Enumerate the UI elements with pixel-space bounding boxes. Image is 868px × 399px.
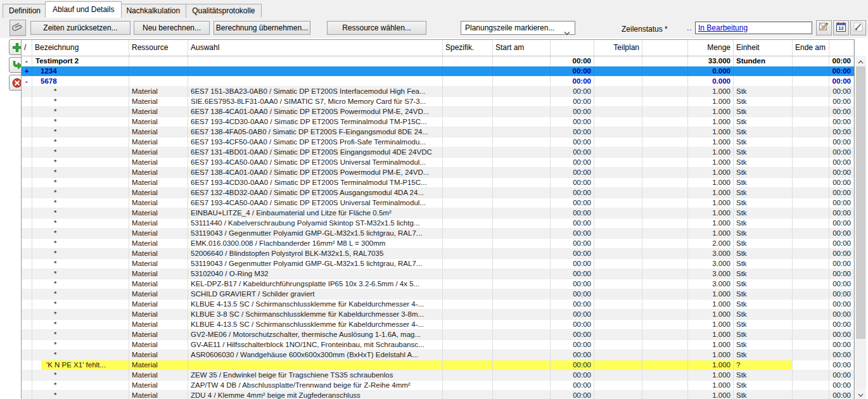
table-row[interactable]: *Material6ES7 132-4BD32-0AA0 / Simatic D… bbox=[22, 188, 854, 198]
cell-auswahl bbox=[188, 360, 443, 370]
table-row[interactable]: *Material6ES7 193-4CD30-0AA0 / Simatic D… bbox=[22, 117, 854, 127]
table-row[interactable]: *MaterialKEL-DPZ-B17 / Kabeldurchführung… bbox=[22, 279, 854, 289]
tab-qualitatsprotokolle[interactable]: Qualitätsprotokolle bbox=[186, 4, 261, 18]
cell-ende_am bbox=[793, 360, 829, 370]
col-header-ressource[interactable]: Ressource bbox=[129, 40, 188, 56]
cell-spezifik bbox=[443, 320, 493, 329]
cell-spezifik bbox=[443, 229, 493, 238]
col-header-time2[interactable] bbox=[829, 40, 854, 56]
table-row[interactable]: *Material53102040 / O-Ring M3200:003.000… bbox=[22, 269, 854, 279]
table-row[interactable]: *MaterialZEW 35 / Endwinkel beige für Tr… bbox=[22, 370, 854, 381]
col-header-auswahl[interactable]: Auswahl bbox=[188, 40, 443, 56]
table-row[interactable]: -567800:000.00000:00 bbox=[22, 77, 854, 87]
cell-teilplan bbox=[594, 218, 642, 228]
cell-teilplan bbox=[594, 178, 642, 187]
vertical-scrollbar[interactable] bbox=[855, 56, 866, 399]
attachment-button[interactable] bbox=[10, 20, 26, 36]
cell-ende_am bbox=[793, 158, 829, 167]
choose-resource-button[interactable]: Ressource wählen... bbox=[327, 21, 426, 35]
cell-teilplan bbox=[594, 300, 642, 309]
row-status-input[interactable] bbox=[695, 22, 812, 34]
cell-ressource: Material bbox=[129, 391, 188, 399]
cell-start_am bbox=[493, 320, 551, 329]
scroll-thumb[interactable] bbox=[856, 66, 865, 339]
table-row[interactable]: *MaterialGV-AE11 / Hilfsschalterblock 1N… bbox=[22, 340, 854, 350]
col-header-bezeichnung[interactable]: Bezeichnung bbox=[32, 40, 129, 56]
col-header-menge[interactable]: Menge bbox=[688, 40, 734, 56]
table-row[interactable]: 'K N PE X1' fehlt...Material00:001.000?0… bbox=[22, 360, 854, 370]
scroll-up-button[interactable] bbox=[855, 56, 866, 66]
status-browse-dots[interactable]: .. bbox=[687, 23, 692, 32]
col-header-spezifik[interactable]: Spezifik. bbox=[443, 40, 493, 56]
table-row[interactable]: *Material6ES7 131-4BD01-0AA0 / Simatic D… bbox=[22, 148, 854, 158]
table-row[interactable]: *Material6ES7 138-4FA05-0AB0 / Simatic D… bbox=[22, 127, 854, 137]
table-row[interactable]: *MaterialEINBAU+LITZE_4 / Einbaumaterial… bbox=[22, 208, 854, 218]
col-header-teilplan[interactable]: Teilplan bbox=[594, 40, 642, 56]
table-row[interactable]: *MaterialSCHILD GRAVIERT / Schilder grav… bbox=[22, 289, 854, 300]
table-row[interactable]: *MaterialSIE.6ES7953-8LF31-0AA0 / SIMATI… bbox=[22, 97, 854, 107]
table-row[interactable]: *MaterialZDU 4 / Klemme 4mm² beige mit Z… bbox=[22, 391, 854, 399]
col-header-start_am[interactable]: Start am bbox=[493, 40, 551, 56]
chevron-down-icon bbox=[858, 388, 864, 399]
cell-menge: 1.000 bbox=[688, 178, 734, 187]
cell-time1: 00:00 bbox=[551, 269, 594, 279]
cell-start_am bbox=[493, 381, 551, 390]
cell-marker bbox=[22, 340, 32, 350]
table-row[interactable]: *MaterialKLBUE 4-13.5 SC / Schirmanschlu… bbox=[22, 300, 854, 310]
cell-ende_am bbox=[793, 300, 829, 309]
cell-ressource: Material bbox=[129, 320, 188, 329]
table-row[interactable]: *Material6ES7 193-4CA50-0AA0 / Simatic D… bbox=[22, 198, 854, 208]
table-row[interactable]: *Material6ES7 151-3BA23-0AB0 / Simatic D… bbox=[22, 87, 854, 97]
col-header-ende_am[interactable]: Ende am bbox=[793, 40, 829, 56]
cell-start_am bbox=[493, 97, 551, 106]
cell-col9 bbox=[642, 127, 688, 137]
table-row[interactable]: *MaterialGV2-ME06 / Motorschutzschalter,… bbox=[22, 330, 854, 340]
table-row[interactable]: *Material53111440 / Kabelverschraubung P… bbox=[22, 218, 854, 229]
cell-teilplan bbox=[594, 127, 642, 137]
cell-menge: 1.000 bbox=[688, 137, 734, 147]
mark-planning-row-dropdown[interactable]: Planungszeile markieren... bbox=[461, 21, 575, 35]
cell-menge: 3.000 bbox=[688, 249, 734, 258]
table-row[interactable]: *Material6ES7 138-4CA01-0AA0 / Simatic D… bbox=[22, 168, 854, 178]
apply-calculation-button[interactable]: Berechnung übernehmen... bbox=[214, 21, 310, 35]
table-row[interactable]: *Material6ES7 138-4CA01-0AA0 / Simatic D… bbox=[22, 107, 854, 117]
table-row[interactable]: *Material53119043 / Gegenmutter Polyamid… bbox=[22, 259, 854, 269]
table-row[interactable]: *MaterialASR0606030 / Wandgehäuse 600x60… bbox=[22, 350, 854, 360]
pencil-button[interactable] bbox=[850, 20, 866, 35]
cell-menge: 0.000 bbox=[688, 66, 734, 76]
cell-bezeichnung: 1234 bbox=[32, 66, 129, 76]
cell-spezifik bbox=[443, 310, 493, 319]
col-header-einheit[interactable]: Einheit bbox=[734, 40, 793, 56]
recalculate-button[interactable]: Neu berechnen... bbox=[134, 21, 210, 35]
cell-time1: 00:00 bbox=[551, 137, 594, 147]
reset-times-button[interactable]: Zeiten zurücksetzen... bbox=[30, 21, 131, 35]
col-header-time1[interactable] bbox=[551, 40, 594, 56]
cell-einheit: Stk bbox=[734, 239, 793, 248]
table-row[interactable]: *Material6ES7 193-4CF50-0AA0 / Simatic D… bbox=[22, 137, 854, 148]
tab-definition[interactable]: Definition bbox=[3, 4, 47, 18]
cell-auswahl: GV2-ME06 / Motorschutzschalter, thermisc… bbox=[188, 330, 443, 339]
col-header-marker[interactable]: / bbox=[22, 40, 32, 56]
scroll-down-button[interactable] bbox=[855, 389, 866, 399]
cell-time2: 00:00 bbox=[829, 77, 854, 86]
table-row[interactable]: *MaterialKLBUE 4-13.5 SC / Schirmanschlu… bbox=[22, 320, 854, 330]
tab-nachkalkulation[interactable]: Nachkalkulation bbox=[120, 4, 186, 18]
tab-ablauf-und-details[interactable]: Ablauf und Details bbox=[45, 1, 122, 18]
cell-auswahl: 53111440 / Kabelverschraubung Polyamid S… bbox=[188, 218, 443, 228]
cell-marker bbox=[22, 148, 32, 157]
table-row[interactable]: *Material6ES7 193-4CA50-0AA0 / Simatic D… bbox=[22, 158, 854, 168]
col-header-col9[interactable] bbox=[642, 40, 688, 56]
signature-button[interactable] bbox=[816, 20, 832, 35]
table-row[interactable]: *MaterialKLBUE 3-8 SC / Schirmanschlussk… bbox=[22, 310, 854, 320]
cell-ressource: Material bbox=[129, 168, 188, 177]
table-row[interactable]: *MaterialEMK.016.0300.008 / Flachbanderd… bbox=[22, 239, 854, 249]
calendar-button[interactable]: 12 bbox=[833, 20, 849, 35]
cell-start_am bbox=[493, 259, 551, 269]
table-row[interactable]: +123400:000.00000:00 bbox=[22, 66, 854, 77]
table-row[interactable]: -Testimport 200:0033.000Stunden00:00 bbox=[22, 56, 854, 66]
table-row[interactable]: *Material52006640 / Blindstopfen Polysty… bbox=[22, 249, 854, 259]
table-row[interactable]: *MaterialZAP/TW 4 DB / Abschlussplatte/T… bbox=[22, 381, 854, 391]
table-row[interactable]: *Material6ES7 193-4CD30-0AA0 / Simatic D… bbox=[22, 178, 854, 188]
cell-spezifik bbox=[443, 239, 493, 248]
table-row[interactable]: *Material53119043 / Gegenmutter Polyamid… bbox=[22, 229, 854, 239]
